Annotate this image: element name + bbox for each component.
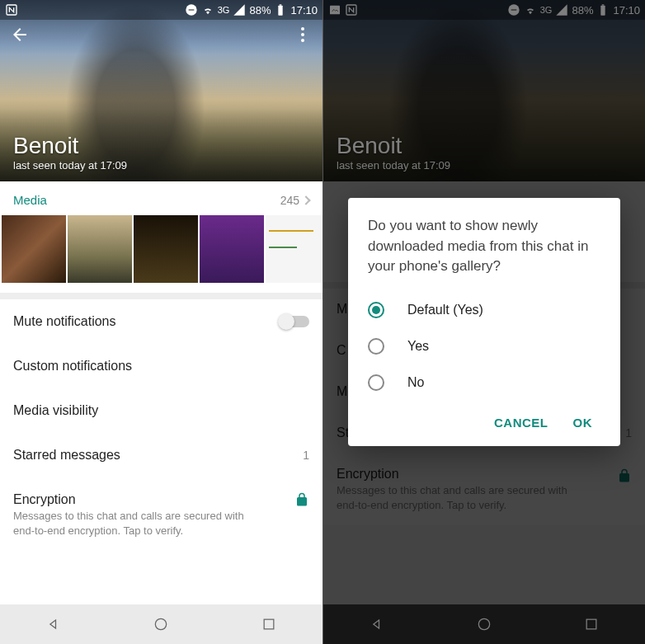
back-button[interactable] (10, 25, 30, 45)
nav-home-icon[interactable] (153, 616, 169, 632)
battery-icon (274, 3, 287, 16)
nav-recent-icon[interactable] (261, 616, 277, 632)
media-thumbnails[interactable] (0, 215, 322, 283)
media-thumb[interactable] (266, 215, 322, 283)
media-thumb[interactable] (200, 215, 264, 283)
dialog-message: Do you want to show newly downloaded med… (368, 216, 600, 277)
svg-rect-3 (280, 4, 282, 5)
phone-left: 3G 88% 17:10 Benoit last seen today at 1… (0, 0, 322, 644)
contact-header: Benoit last seen today at 17:09 (0, 0, 322, 181)
radio-icon[interactable] (368, 374, 384, 391)
dialog-scrim[interactable]: Do you want to show newly downloaded med… (323, 0, 645, 644)
cancel-button[interactable]: CANCEL (494, 416, 548, 430)
last-seen: last seen today at 17:09 (13, 159, 127, 172)
phone-right: 3G 88% 17:10 Benoit last seen today at 1… (322, 0, 645, 644)
settings-list: Mute notifications Custom notifications … (0, 299, 322, 552)
media-visibility-row[interactable]: Media visibility (0, 388, 322, 433)
encryption-row[interactable]: Encryption Messages to this chat and cal… (0, 477, 322, 552)
media-title: Media (13, 193, 47, 207)
custom-notifications-row[interactable]: Custom notifications (0, 344, 322, 388)
more-options-button[interactable] (293, 25, 313, 45)
dnd-icon (185, 3, 198, 16)
svg-rect-2 (279, 6, 283, 16)
radio-option-default[interactable]: Default (Yes) (368, 292, 600, 328)
radio-icon[interactable] (368, 338, 384, 355)
mute-toggle[interactable] (280, 316, 309, 327)
battery-percent: 88% (249, 4, 271, 16)
media-visibility-dialog: Do you want to show newly downloaded med… (348, 198, 620, 446)
svg-rect-1 (188, 9, 194, 10)
android-navbar (0, 604, 322, 644)
svg-rect-6 (264, 619, 274, 629)
radio-option-no[interactable]: No (368, 364, 600, 401)
signal-icon (233, 3, 246, 16)
chevron-right-icon (301, 195, 310, 204)
svg-point-5 (156, 618, 167, 629)
nav-back-icon[interactable] (45, 616, 62, 632)
media-thumb[interactable] (68, 215, 132, 283)
clock: 17:10 (290, 4, 318, 16)
wifi-icon (201, 3, 214, 16)
ok-button[interactable]: OK (573, 416, 593, 430)
media-count: 245 (280, 194, 309, 207)
media-thumb[interactable] (134, 215, 198, 283)
media-thumb[interactable] (2, 215, 66, 283)
network-type: 3G (218, 5, 230, 15)
status-bar: 3G 88% 17:10 (0, 0, 322, 20)
radio-option-yes[interactable]: Yes (368, 328, 600, 364)
lock-icon (294, 492, 309, 510)
starred-count: 1 (303, 449, 309, 462)
radio-icon[interactable] (368, 302, 384, 318)
starred-messages-row[interactable]: Starred messages 1 (0, 433, 322, 477)
mute-notifications-row[interactable]: Mute notifications (0, 299, 322, 344)
media-section[interactable]: Media 245 (0, 181, 322, 299)
contact-name: Benoit (13, 133, 127, 159)
nfc-icon (5, 3, 18, 16)
